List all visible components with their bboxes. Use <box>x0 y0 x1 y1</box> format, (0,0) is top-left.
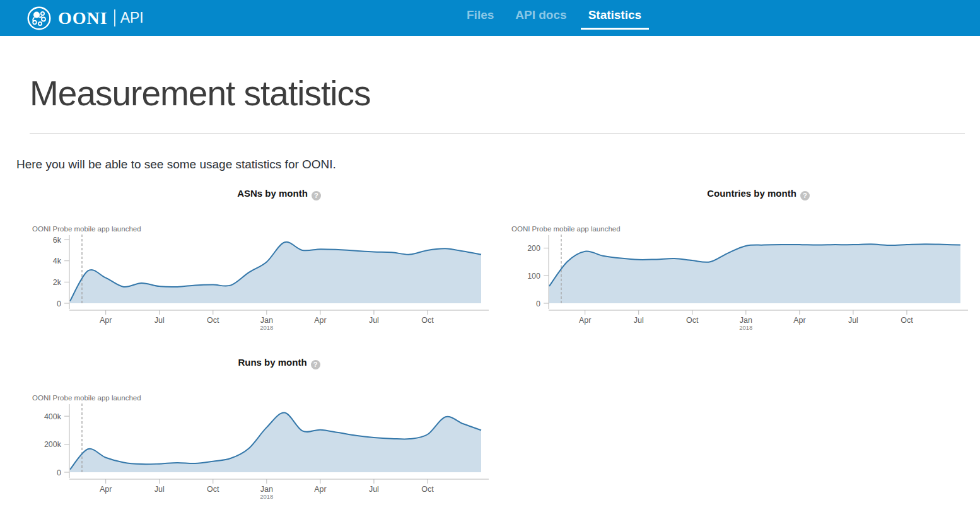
x-tick-year-label: 2018 <box>739 324 752 331</box>
app-header: OONI API Files API docs Statistics <box>0 0 980 36</box>
intro-text: Here you will be able to see some usage … <box>16 158 336 171</box>
y-tick-label: 200k <box>44 440 62 449</box>
x-tick-label: Jul <box>155 316 165 325</box>
y-tick-label: 0 <box>57 299 61 308</box>
x-tick-label: Jan <box>260 316 273 325</box>
chart-title: Countries by month? <box>549 188 968 200</box>
x-tick-label: Oct <box>421 485 434 494</box>
area-fill <box>549 244 960 303</box>
x-tick-label: Apr <box>100 316 112 325</box>
x-tick-label: Oct <box>207 485 219 494</box>
chart-title-text: Runs by month <box>238 357 306 368</box>
annotation-label: OONI Probe mobile app launched <box>32 225 141 233</box>
ooni-logo[interactable]: OONI API <box>26 0 144 36</box>
y-tick-label: 100 <box>527 272 540 281</box>
chart-asns-by-month: ASNs by month? OONI Probe mobile app lau… <box>0 177 490 346</box>
x-tick-label: Apr <box>314 316 326 325</box>
y-tick-label: 200 <box>527 244 540 253</box>
x-tick-label: Apr <box>100 485 112 494</box>
y-tick-label: 4k <box>53 257 62 265</box>
main-nav: Files API docs Statistics <box>459 0 649 36</box>
area-chart-svg[interactable]: OONI Probe mobile app launched02k4k6kApr… <box>0 222 490 334</box>
x-tick-label: Jul <box>155 485 165 494</box>
chart-countries-by-month: Countries by month? OONI Probe mobile ap… <box>479 177 969 346</box>
area-chart-svg[interactable]: OONI Probe mobile app launched0100200Apr… <box>479 222 969 334</box>
brand-sub: API <box>120 9 144 26</box>
x-tick-label: Oct <box>421 316 434 325</box>
nav-item-api-docs[interactable]: API docs <box>508 0 574 30</box>
x-tick-label: Oct <box>686 316 699 325</box>
x-tick-label: Jan <box>740 316 752 325</box>
x-tick-label: Jul <box>369 316 379 325</box>
chart-title-text: ASNs by month <box>237 188 308 199</box>
brand-divider <box>114 9 115 26</box>
x-tick-year-label: 2018 <box>260 324 273 331</box>
x-tick-label: Jul <box>369 485 379 494</box>
y-tick-label: 400k <box>44 412 62 421</box>
title-divider <box>30 133 965 134</box>
x-tick-label: Jan <box>260 485 273 494</box>
y-tick-label: 0 <box>536 299 540 308</box>
x-tick-label: Jul <box>848 316 858 325</box>
chart-title: ASNs by month? <box>69 188 489 200</box>
x-tick-label: Jul <box>634 316 644 325</box>
x-tick-label: Apr <box>793 316 805 325</box>
annotation-label: OONI Probe mobile app launched <box>511 225 621 233</box>
y-tick-label: 6k <box>53 236 62 245</box>
help-icon[interactable]: ? <box>800 191 810 200</box>
y-tick-label: 0 <box>57 468 61 477</box>
x-tick-label: Oct <box>207 316 219 325</box>
nav-item-files[interactable]: Files <box>459 0 501 30</box>
annotation-label: OONI Probe mobile app launched <box>32 394 141 402</box>
octopus-icon <box>26 6 52 31</box>
x-tick-label: Apr <box>314 485 326 494</box>
x-tick-year-label: 2018 <box>260 493 273 500</box>
y-tick-label: 2k <box>53 278 62 287</box>
page-title: Measurement statistics <box>30 73 370 113</box>
nav-item-statistics[interactable]: Statistics <box>581 0 649 30</box>
x-tick-label: Oct <box>901 316 913 325</box>
area-chart-svg[interactable]: OONI Probe mobile app launched0200k400kA… <box>0 391 490 503</box>
help-icon[interactable]: ? <box>311 360 320 369</box>
chart-title-text: Countries by month <box>707 188 796 199</box>
chart-title: Runs by month? <box>69 357 489 369</box>
brand-name: OONI <box>58 8 108 28</box>
chart-runs-by-month: Runs by month? OONI Probe mobile app lau… <box>0 346 490 514</box>
help-icon[interactable]: ? <box>312 191 321 200</box>
x-tick-label: Apr <box>579 316 591 325</box>
